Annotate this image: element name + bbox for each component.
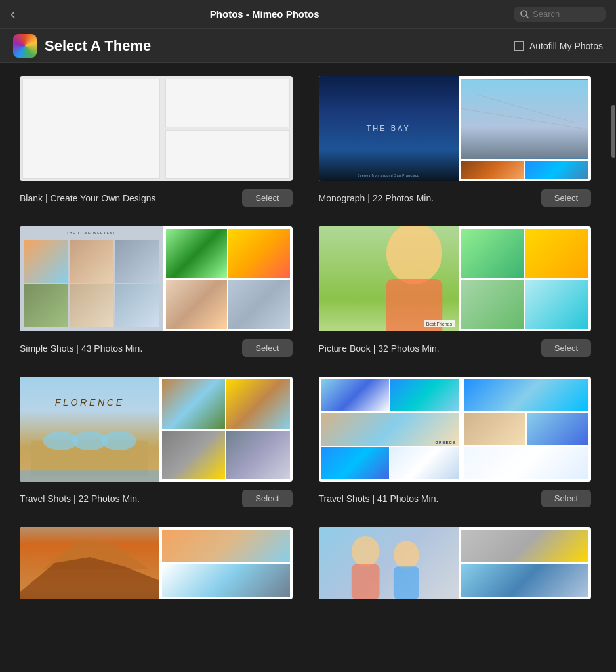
select-button-blank[interactable]: Select [242,189,292,207]
theme-preview-canyon [20,527,293,599]
monograph-cover: THE BAY Scenes from around San Francisco [319,76,459,181]
svg-point-12 [102,432,136,450]
theme-preview-blank [20,76,293,181]
gr-r3 [527,413,588,446]
ss-r3 [166,280,227,329]
select-button-monograph[interactable]: Select [541,189,591,207]
theme-card-blank: Blank | Create Your Own Designs Select [20,76,293,207]
sub-header: Select A Theme Autofill My Photos [0,29,616,63]
svg-rect-22 [393,566,419,599]
theme-card-simple: THE LONG WEEKEND [20,226,293,357]
select-button-simple[interactable]: Select [242,339,292,357]
pb-r4 [525,280,588,329]
simple-right [166,226,292,331]
theme-preview-family [319,527,592,599]
theme-footer-picbook: Picture Book | 32 Photos Min. Select [319,339,592,357]
theme-preview-simple: THE LONG WEEKEND [20,226,293,331]
svg-line-1 [526,16,529,18]
theme-name-simple: Simple Shots | 43 Photos Min. [20,343,142,354]
gr-r2 [464,413,525,446]
greece-left: GREECE [319,377,461,482]
gr-4 [390,447,459,479]
mono-photo-water [525,161,588,178]
theme-footer-florence: Travel Shots | 22 Photos Min. Select [20,490,293,507]
ss-r1 [166,229,227,278]
select-button-greece[interactable]: Select [541,490,591,507]
theme-card-travel-florence: FLORENCE Travel Shots | 22 Photos M [20,377,293,507]
title-bar: ‹ Photos - Mimeo Photos [0,0,616,29]
ss-p5 [70,284,114,327]
ss-p6 [115,284,159,327]
page-title: Select A Theme [45,37,151,54]
greece-right [464,377,591,482]
blank-right-top [165,79,289,127]
theme-name-monograph: Monograph | 22 Photos Min. [319,193,434,203]
ss-r4 [228,280,289,329]
pb-r1 [461,229,524,278]
autofill-label: Autofill My Photos [529,41,603,51]
theme-preview-florence: FLORENCE [20,377,293,482]
sub-header-left: Select A Theme [13,34,151,58]
monograph-right [461,76,591,181]
gr-2 [390,379,459,411]
pb-r2 [525,229,588,278]
theme-card-canyon [20,527,293,599]
blank-page-right [164,76,292,181]
gr-r1 [464,379,588,411]
family-r1 [461,530,588,562]
gr-1 [321,379,390,411]
autofill-container: Autofill My Photos [514,41,603,51]
svg-text:FLORENCE: FLORENCE [55,397,125,408]
mono-photo-bottom-row [461,161,588,178]
flor-r2 [226,379,289,429]
search-icon [520,10,529,18]
theme-preview-greece: GREECE [319,377,592,482]
search-input[interactable] [533,9,599,19]
select-button-florence[interactable]: Select [242,490,292,507]
theme-name-florence: Travel Shots | 22 Photos Min. [20,494,140,504]
canyon-r1 [162,530,289,562]
canyon-r2 [162,564,289,597]
svg-rect-20 [351,564,379,599]
picbook-cover: Best Friends [319,226,459,331]
search-bar[interactable] [514,7,606,22]
app-icon [13,34,37,58]
family-right [461,527,591,599]
theme-preview-monograph: THE BAY Scenes from around San Francisco [319,76,592,181]
florence-right [162,377,292,482]
ss-p2 [70,240,114,283]
theme-card-family [319,527,592,599]
theme-card-picbook: Best Friends Picture Book | 32 Photos Mi… [319,226,592,357]
ss-p1 [24,240,68,283]
theme-name-picbook: Picture Book | 32 Photos Min. [319,343,440,354]
mono-photo-dog [461,161,524,178]
themes-grid-bottom-partial [20,527,591,599]
svg-point-19 [351,536,379,566]
scrollbar-thumb[interactable] [611,105,615,158]
theme-name-blank: Blank | Create Your Own Designs [20,193,156,203]
svg-point-21 [393,541,419,569]
flor-r1 [162,379,225,429]
ss-r2 [228,229,289,278]
select-button-picbook[interactable]: Select [541,339,591,357]
theme-footer-blank: Blank | Create Your Own Designs Select [20,189,293,207]
canyon-right [162,527,292,599]
theme-card-monograph: THE BAY Scenes from around San Francisco [319,76,592,207]
svg-rect-13 [20,470,159,482]
blank-right-bottom [165,130,289,178]
blank-page-left [22,79,160,178]
gr-r4 [464,447,588,479]
picbook-right [461,226,591,331]
autofill-checkbox[interactable] [514,41,524,51]
gr-3 [321,447,390,479]
family-r2 [461,564,588,597]
mono-photo-top [461,79,588,159]
themes-grid: Blank | Create Your Own Designs Select T… [20,76,591,507]
main-content: Blank | Create Your Own Designs Select T… [0,63,616,612]
ss-p3 [115,240,159,283]
ss-p4 [24,284,68,327]
flor-r3 [162,430,225,480]
back-button[interactable]: ‹ [10,6,15,23]
theme-footer-monograph: Monograph | 22 Photos Min. Select [319,189,592,207]
canyon-left [20,527,159,599]
